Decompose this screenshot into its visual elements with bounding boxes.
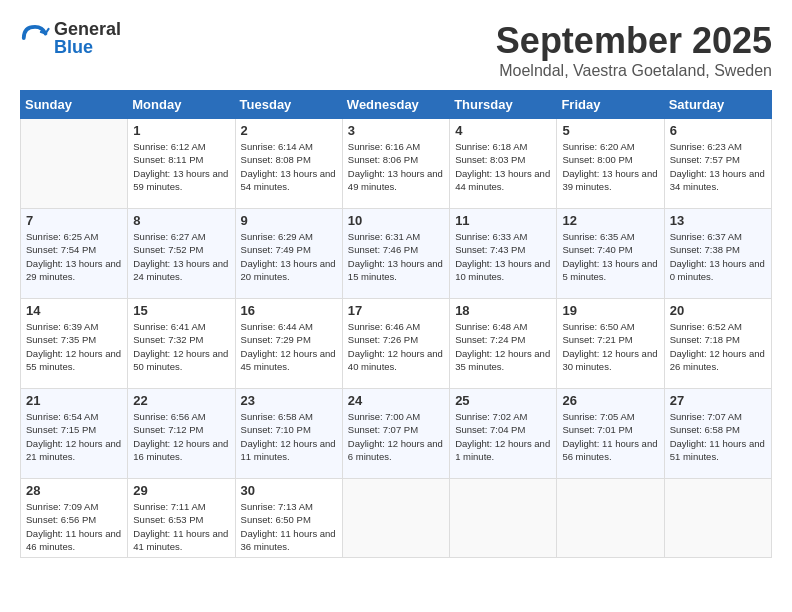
- calendar-week-row: 1Sunrise: 6:12 AM Sunset: 8:11 PM Daylig…: [21, 119, 772, 209]
- day-number: 17: [348, 303, 444, 318]
- calendar-day: 27Sunrise: 7:07 AM Sunset: 6:58 PM Dayli…: [664, 389, 771, 479]
- day-number: 2: [241, 123, 337, 138]
- weekday-header: Thursday: [450, 91, 557, 119]
- weekday-header: Monday: [128, 91, 235, 119]
- day-number: 25: [455, 393, 551, 408]
- calendar-day: 26Sunrise: 7:05 AM Sunset: 7:01 PM Dayli…: [557, 389, 664, 479]
- calendar: SundayMondayTuesdayWednesdayThursdayFrid…: [20, 90, 772, 558]
- day-number: 4: [455, 123, 551, 138]
- day-number: 8: [133, 213, 229, 228]
- day-number: 27: [670, 393, 766, 408]
- calendar-day: 9Sunrise: 6:29 AM Sunset: 7:49 PM Daylig…: [235, 209, 342, 299]
- calendar-day: 8Sunrise: 6:27 AM Sunset: 7:52 PM Daylig…: [128, 209, 235, 299]
- day-number: 5: [562, 123, 658, 138]
- day-info: Sunrise: 6:56 AM Sunset: 7:12 PM Dayligh…: [133, 410, 229, 463]
- day-number: 10: [348, 213, 444, 228]
- day-info: Sunrise: 6:18 AM Sunset: 8:03 PM Dayligh…: [455, 140, 551, 193]
- day-number: 26: [562, 393, 658, 408]
- day-info: Sunrise: 7:05 AM Sunset: 7:01 PM Dayligh…: [562, 410, 658, 463]
- day-info: Sunrise: 6:35 AM Sunset: 7:40 PM Dayligh…: [562, 230, 658, 283]
- day-info: Sunrise: 6:50 AM Sunset: 7:21 PM Dayligh…: [562, 320, 658, 373]
- day-number: 23: [241, 393, 337, 408]
- calendar-day: [450, 479, 557, 558]
- month-title: September 2025: [496, 20, 772, 62]
- calendar-day: 30Sunrise: 7:13 AM Sunset: 6:50 PM Dayli…: [235, 479, 342, 558]
- weekday-header: Sunday: [21, 91, 128, 119]
- day-number: 13: [670, 213, 766, 228]
- calendar-week-row: 21Sunrise: 6:54 AM Sunset: 7:15 PM Dayli…: [21, 389, 772, 479]
- day-number: 28: [26, 483, 122, 498]
- day-info: Sunrise: 6:27 AM Sunset: 7:52 PM Dayligh…: [133, 230, 229, 283]
- day-info: Sunrise: 6:52 AM Sunset: 7:18 PM Dayligh…: [670, 320, 766, 373]
- calendar-day: 22Sunrise: 6:56 AM Sunset: 7:12 PM Dayli…: [128, 389, 235, 479]
- calendar-day: 24Sunrise: 7:00 AM Sunset: 7:07 PM Dayli…: [342, 389, 449, 479]
- day-info: Sunrise: 7:09 AM Sunset: 6:56 PM Dayligh…: [26, 500, 122, 553]
- day-number: 16: [241, 303, 337, 318]
- day-info: Sunrise: 7:13 AM Sunset: 6:50 PM Dayligh…: [241, 500, 337, 553]
- calendar-week-row: 7Sunrise: 6:25 AM Sunset: 7:54 PM Daylig…: [21, 209, 772, 299]
- weekday-header: Wednesday: [342, 91, 449, 119]
- day-info: Sunrise: 6:37 AM Sunset: 7:38 PM Dayligh…: [670, 230, 766, 283]
- day-info: Sunrise: 6:39 AM Sunset: 7:35 PM Dayligh…: [26, 320, 122, 373]
- weekday-header: Friday: [557, 91, 664, 119]
- day-info: Sunrise: 6:20 AM Sunset: 8:00 PM Dayligh…: [562, 140, 658, 193]
- day-info: Sunrise: 6:33 AM Sunset: 7:43 PM Dayligh…: [455, 230, 551, 283]
- day-number: 22: [133, 393, 229, 408]
- logo-icon: [20, 23, 50, 53]
- calendar-day: 13Sunrise: 6:37 AM Sunset: 7:38 PM Dayli…: [664, 209, 771, 299]
- logo-general: General: [54, 20, 121, 38]
- calendar-day: 29Sunrise: 7:11 AM Sunset: 6:53 PM Dayli…: [128, 479, 235, 558]
- calendar-day: 19Sunrise: 6:50 AM Sunset: 7:21 PM Dayli…: [557, 299, 664, 389]
- day-info: Sunrise: 6:58 AM Sunset: 7:10 PM Dayligh…: [241, 410, 337, 463]
- day-info: Sunrise: 7:11 AM Sunset: 6:53 PM Dayligh…: [133, 500, 229, 553]
- day-info: Sunrise: 6:31 AM Sunset: 7:46 PM Dayligh…: [348, 230, 444, 283]
- calendar-day: 3Sunrise: 6:16 AM Sunset: 8:06 PM Daylig…: [342, 119, 449, 209]
- calendar-day: 23Sunrise: 6:58 AM Sunset: 7:10 PM Dayli…: [235, 389, 342, 479]
- day-number: 20: [670, 303, 766, 318]
- calendar-day: 15Sunrise: 6:41 AM Sunset: 7:32 PM Dayli…: [128, 299, 235, 389]
- day-info: Sunrise: 6:14 AM Sunset: 8:08 PM Dayligh…: [241, 140, 337, 193]
- weekday-header-row: SundayMondayTuesdayWednesdayThursdayFrid…: [21, 91, 772, 119]
- calendar-day: [557, 479, 664, 558]
- day-number: 6: [670, 123, 766, 138]
- day-number: 18: [455, 303, 551, 318]
- calendar-day: 16Sunrise: 6:44 AM Sunset: 7:29 PM Dayli…: [235, 299, 342, 389]
- calendar-day: 14Sunrise: 6:39 AM Sunset: 7:35 PM Dayli…: [21, 299, 128, 389]
- calendar-day: 20Sunrise: 6:52 AM Sunset: 7:18 PM Dayli…: [664, 299, 771, 389]
- calendar-day: 7Sunrise: 6:25 AM Sunset: 7:54 PM Daylig…: [21, 209, 128, 299]
- calendar-day: 2Sunrise: 6:14 AM Sunset: 8:08 PM Daylig…: [235, 119, 342, 209]
- calendar-day: 18Sunrise: 6:48 AM Sunset: 7:24 PM Dayli…: [450, 299, 557, 389]
- calendar-week-row: 28Sunrise: 7:09 AM Sunset: 6:56 PM Dayli…: [21, 479, 772, 558]
- title-block: September 2025 Moelndal, Vaestra Goetala…: [496, 20, 772, 80]
- calendar-day: 6Sunrise: 6:23 AM Sunset: 7:57 PM Daylig…: [664, 119, 771, 209]
- day-number: 3: [348, 123, 444, 138]
- calendar-day: 5Sunrise: 6:20 AM Sunset: 8:00 PM Daylig…: [557, 119, 664, 209]
- calendar-day: [21, 119, 128, 209]
- calendar-day: 1Sunrise: 6:12 AM Sunset: 8:11 PM Daylig…: [128, 119, 235, 209]
- logo-text: General Blue: [54, 20, 121, 56]
- day-number: 11: [455, 213, 551, 228]
- day-number: 24: [348, 393, 444, 408]
- day-number: 29: [133, 483, 229, 498]
- day-info: Sunrise: 6:41 AM Sunset: 7:32 PM Dayligh…: [133, 320, 229, 373]
- day-info: Sunrise: 6:46 AM Sunset: 7:26 PM Dayligh…: [348, 320, 444, 373]
- calendar-day: 12Sunrise: 6:35 AM Sunset: 7:40 PM Dayli…: [557, 209, 664, 299]
- day-info: Sunrise: 6:25 AM Sunset: 7:54 PM Dayligh…: [26, 230, 122, 283]
- day-info: Sunrise: 6:54 AM Sunset: 7:15 PM Dayligh…: [26, 410, 122, 463]
- calendar-day: 28Sunrise: 7:09 AM Sunset: 6:56 PM Dayli…: [21, 479, 128, 558]
- page-header: General Blue September 2025 Moelndal, Va…: [20, 20, 772, 80]
- calendar-day: 21Sunrise: 6:54 AM Sunset: 7:15 PM Dayli…: [21, 389, 128, 479]
- weekday-header: Tuesday: [235, 91, 342, 119]
- day-number: 30: [241, 483, 337, 498]
- day-number: 7: [26, 213, 122, 228]
- day-info: Sunrise: 6:44 AM Sunset: 7:29 PM Dayligh…: [241, 320, 337, 373]
- calendar-day: 4Sunrise: 6:18 AM Sunset: 8:03 PM Daylig…: [450, 119, 557, 209]
- location: Moelndal, Vaestra Goetaland, Sweden: [496, 62, 772, 80]
- day-number: 19: [562, 303, 658, 318]
- calendar-day: [342, 479, 449, 558]
- calendar-day: 25Sunrise: 7:02 AM Sunset: 7:04 PM Dayli…: [450, 389, 557, 479]
- day-info: Sunrise: 7:00 AM Sunset: 7:07 PM Dayligh…: [348, 410, 444, 463]
- day-number: 1: [133, 123, 229, 138]
- day-info: Sunrise: 7:02 AM Sunset: 7:04 PM Dayligh…: [455, 410, 551, 463]
- calendar-day: 10Sunrise: 6:31 AM Sunset: 7:46 PM Dayli…: [342, 209, 449, 299]
